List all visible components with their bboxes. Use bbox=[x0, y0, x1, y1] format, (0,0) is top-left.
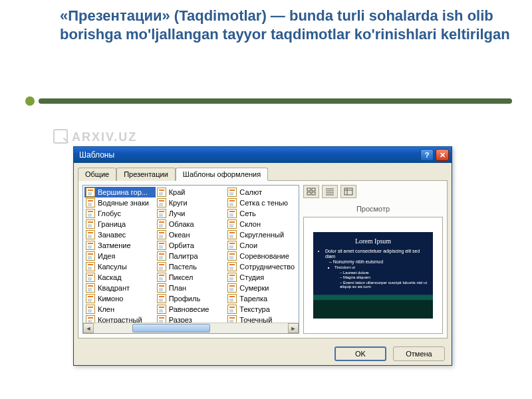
template-file-icon bbox=[86, 251, 95, 261]
svg-rect-8 bbox=[344, 188, 352, 195]
help-button[interactable]: ? bbox=[420, 149, 434, 161]
list-item[interactable]: Квадрант bbox=[84, 283, 156, 293]
slide-thumbnail: Lorem Ipsum Dolor sit amet consectetuer … bbox=[313, 232, 433, 319]
scroll-thumb[interactable] bbox=[132, 324, 210, 332]
list-item-label: Сетка с тенью bbox=[239, 199, 288, 207]
close-button[interactable]: ✕ bbox=[436, 149, 449, 161]
template-file-icon bbox=[157, 209, 166, 218]
list-item[interactable]: Вершина гор... bbox=[84, 187, 156, 198]
list-item[interactable]: Равновесие bbox=[156, 304, 227, 315]
list-item[interactable]: Пиксел bbox=[156, 272, 227, 283]
list-item-label: Каскад bbox=[98, 273, 122, 281]
list-item-label: План bbox=[169, 284, 187, 292]
preview-box: Lorem Ipsum Dolor sit amet consectetuer … bbox=[303, 217, 443, 334]
list-item-label: Сумерки bbox=[239, 284, 269, 292]
preview-label: Просмотр bbox=[303, 205, 443, 213]
list-item[interactable]: Сумерки bbox=[226, 283, 297, 293]
list-item[interactable]: Тарелка bbox=[226, 293, 297, 304]
list-item[interactable]: Лучи bbox=[156, 208, 227, 219]
thumbnail-title: Lorem Ipsum bbox=[319, 237, 428, 245]
template-file-icon bbox=[86, 209, 95, 218]
template-file-icon bbox=[157, 305, 166, 314]
list-item[interactable]: План bbox=[156, 283, 227, 293]
template-file-icon bbox=[157, 294, 166, 303]
list-item-label: Занавес bbox=[98, 231, 126, 239]
list-item-label: Равновесие bbox=[169, 305, 209, 313]
list-item[interactable]: Водяные знаки bbox=[84, 198, 156, 208]
list-item[interactable]: Океан bbox=[156, 229, 227, 240]
thumbnail-bullet: Magna aliquam bbox=[340, 275, 428, 280]
list-item[interactable]: Сетка с тенью bbox=[226, 198, 297, 208]
template-file-icon bbox=[157, 262, 166, 271]
template-file-icon bbox=[227, 198, 237, 207]
list-item[interactable]: Кимоно bbox=[84, 293, 156, 304]
tab-design-templates[interactable]: Шаблоны оформления bbox=[176, 168, 268, 181]
list-item-label: Скругленный bbox=[239, 231, 284, 239]
list-item-label: Сеть bbox=[239, 209, 255, 217]
list-item[interactable]: Пастель bbox=[156, 261, 227, 272]
list-item-label: Океан bbox=[169, 231, 190, 239]
tab-presentations[interactable]: Презентации bbox=[116, 168, 176, 181]
list-item[interactable]: Сотрудничество bbox=[226, 261, 297, 272]
tab-panel: Вершина гор...Водяные знакиГлобусГраница… bbox=[78, 180, 448, 338]
scroll-right-arrow[interactable]: ► bbox=[288, 323, 299, 333]
view-details-button[interactable] bbox=[340, 185, 356, 198]
list-item[interactable]: Облака bbox=[156, 219, 227, 229]
template-file-icon bbox=[157, 198, 166, 207]
view-list-button[interactable] bbox=[322, 185, 338, 198]
view-large-icons-button[interactable] bbox=[303, 185, 319, 198]
template-file-icon bbox=[86, 230, 95, 239]
cancel-button[interactable]: Отмена bbox=[393, 346, 445, 361]
svg-rect-1 bbox=[312, 188, 315, 191]
list-item[interactable]: Клен bbox=[84, 304, 156, 315]
horizontal-scrollbar[interactable]: ◄ ► bbox=[83, 323, 299, 333]
thumbnail-bullet: Dolor sit amet consectetuer adipiscing e… bbox=[325, 249, 428, 259]
list-item[interactable]: Орбита bbox=[156, 240, 227, 251]
list-item[interactable]: Занавес bbox=[84, 229, 156, 240]
list-item[interactable]: Круги bbox=[156, 198, 227, 208]
list-item[interactable]: Студия bbox=[226, 272, 297, 283]
list-item-label: Идея bbox=[98, 252, 115, 260]
list-item-label: Край bbox=[169, 188, 186, 196]
list-item[interactable]: Затмение bbox=[84, 240, 156, 251]
list-item-label: Салют bbox=[239, 188, 262, 196]
list-item[interactable]: Каскад bbox=[84, 272, 156, 283]
ok-button[interactable]: OK bbox=[334, 346, 386, 361]
list-item-label: Затмение bbox=[98, 241, 131, 249]
template-file-icon bbox=[157, 251, 166, 261]
list-item[interactable]: Склон bbox=[226, 219, 297, 229]
list-item[interactable]: Профиль bbox=[156, 293, 227, 304]
list-item-label: Кимоно bbox=[98, 295, 123, 303]
template-file-icon bbox=[227, 251, 237, 261]
tab-general[interactable]: Общие bbox=[78, 168, 116, 181]
page-title: «Презентации» (Taqdimotlar) — bunda turl… bbox=[60, 7, 512, 43]
scroll-track[interactable] bbox=[94, 323, 288, 333]
template-file-icon bbox=[227, 219, 237, 229]
list-item-label: Орбита bbox=[169, 241, 194, 249]
list-item[interactable]: Сеть bbox=[226, 208, 297, 219]
list-item-label: Облака bbox=[169, 220, 194, 228]
list-item[interactable]: Капсулы bbox=[84, 261, 156, 272]
list-item[interactable]: Текстура bbox=[226, 304, 297, 315]
template-file-icon bbox=[86, 283, 95, 293]
template-file-icon bbox=[86, 198, 95, 207]
list-item-label: Капсулы bbox=[98, 263, 127, 271]
template-file-icon bbox=[86, 262, 95, 271]
template-file-icon bbox=[227, 230, 237, 239]
list-item[interactable]: Граница bbox=[84, 219, 156, 229]
list-item[interactable]: Идея bbox=[84, 251, 156, 261]
heading-underline bbox=[0, 98, 532, 110]
list-item[interactable]: Край bbox=[156, 187, 227, 198]
list-item[interactable]: Скругленный bbox=[226, 229, 297, 240]
dialog-title: Шаблоны bbox=[79, 150, 114, 160]
list-item[interactable]: Палитра bbox=[156, 251, 227, 261]
list-item[interactable]: Слои bbox=[226, 240, 297, 251]
scroll-left-arrow[interactable]: ◄ bbox=[83, 323, 94, 333]
list-item-label: Граница bbox=[98, 220, 126, 228]
template-list[interactable]: Вершина гор...Водяные знакиГлобусГраница… bbox=[82, 185, 299, 334]
template-file-icon bbox=[227, 283, 237, 293]
thumbnail-bullet: Exerci tation ullamcorper suscipit lobor… bbox=[340, 281, 428, 289]
list-item[interactable]: Салют bbox=[226, 187, 297, 198]
list-item[interactable]: Соревнование bbox=[226, 251, 297, 261]
list-item[interactable]: Глобус bbox=[84, 208, 156, 219]
